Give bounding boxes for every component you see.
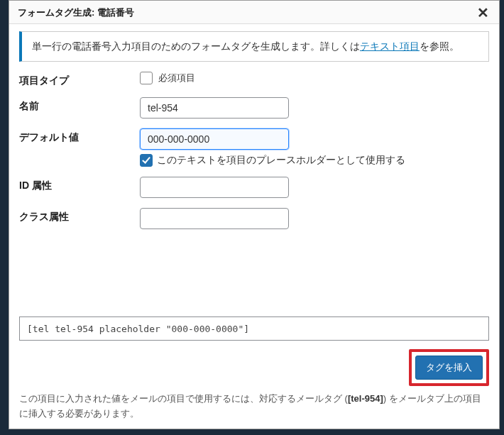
label-default: デフォルト値 [19,128,140,144]
label-name: 名前 [19,97,140,113]
mail-tag: [tel-954] [348,393,383,404]
generated-tag-output[interactable] [19,316,489,341]
info-link[interactable]: テキスト項目 [360,40,420,52]
placeholder-option: このテキストを項目のプレースホルダーとして使用する [140,154,489,167]
label-class: クラス属性 [19,208,140,224]
field-class [140,208,489,229]
modal-title: フォームタグ生成: 電話番号 [18,6,134,19]
info-text: 単一行の電話番号入力項目のためのフォームタグを生成します。詳しくは [32,40,360,52]
default-value-input[interactable] [140,128,289,150]
name-input[interactable] [140,97,289,119]
output-area: タグを挿入 この項目に入力された値をメールの項目で使用するには、対応するメールタ… [19,316,489,422]
label-id: ID 属性 [19,177,140,192]
placeholder-checkbox[interactable] [140,154,153,167]
modal-header: フォームタグ生成: 電話番号 ✕ [9,1,499,24]
class-input[interactable] [140,208,289,229]
field-name [140,97,489,119]
id-input[interactable] [140,177,289,198]
info-callout: 単一行の電話番号入力項目のためのフォームタグを生成します。詳しくはテキスト項目を… [19,31,489,62]
label-type: 項目タイプ [19,72,140,87]
insert-area: タグを挿入 [19,349,489,386]
modal-body: 単一行の電話番号入力項目のためのフォームタグを生成します。詳しくはテキスト項目を… [9,24,499,429]
insert-highlight-box: タグを挿入 [409,349,489,386]
info-text-after: を参照。 [420,40,459,52]
required-checkbox-label: 必須項目 [158,72,195,84]
field-id [140,177,489,198]
mail-hint: この項目に入力された値をメールの項目で使用するには、対応するメールタグ ([te… [19,392,489,422]
field-default: このテキストを項目のプレースホルダーとして使用する [140,128,489,167]
close-icon[interactable]: ✕ [476,6,491,20]
insert-tag-button[interactable]: タグを挿入 [415,356,483,380]
mail-hint-before: この項目に入力された値をメールの項目で使用するには、対応するメールタグ ( [19,393,348,404]
required-checkbox[interactable] [140,72,153,84]
placeholder-checkbox-label: このテキストを項目のプレースホルダーとして使用する [157,154,405,167]
form-grid: 項目タイプ 必須項目 名前 デフォルト値 このテキストを項目のプレースホルダーと… [19,72,489,229]
field-required: 必須項目 [140,72,489,84]
form-tag-generator-modal: フォームタグ生成: 電話番号 ✕ 単一行の電話番号入力項目のためのフォームタグを… [9,0,500,429]
